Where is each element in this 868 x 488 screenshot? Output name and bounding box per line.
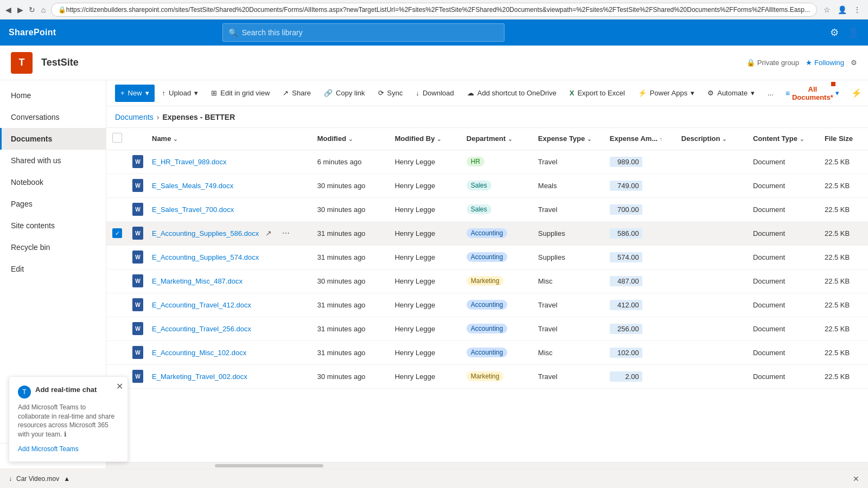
row-checkbox-cell[interactable]: [106, 293, 128, 317]
row-checkbox[interactable]: [111, 157, 120, 166]
more-options-icon[interactable]: ⚙: [851, 59, 857, 67]
sidebar-item-site-contents[interactable]: Site contents: [0, 215, 106, 236]
account-icon[interactable]: 👤: [835, 3, 848, 16]
row-checkbox[interactable]: [111, 276, 120, 286]
row-checkbox-cell[interactable]: [106, 341, 128, 364]
add-teams-link[interactable]: Add Microsoft Teams: [18, 445, 79, 453]
home-button[interactable]: ⌂: [39, 3, 47, 16]
table-row[interactable]: WE_Accounting_Misc_102.docx31 minutes ag…: [106, 341, 868, 364]
edit-grid-button[interactable]: ⊞ Edit in grid view: [206, 85, 275, 102]
following-button[interactable]: ★ Following: [806, 59, 844, 67]
sidebar-item-edit[interactable]: Edit: [0, 258, 106, 280]
th-checkbox[interactable]: [106, 128, 128, 150]
file-name-cell[interactable]: E_Accounting_Travel_412.docx: [148, 293, 313, 317]
file-link[interactable]: E_Sales_Travel_700.docx: [152, 206, 234, 214]
sidebar-item-notebook[interactable]: Notebook: [0, 171, 106, 193]
file-name-cell[interactable]: E_Accounting_Travel_256.docx: [148, 317, 313, 341]
collapse-icon[interactable]: ▲: [63, 475, 70, 483]
sidebar-item-conversations[interactable]: Conversations: [0, 106, 106, 128]
th-expense-amount[interactable]: Expense Am... ↑: [605, 128, 677, 150]
file-name-cell[interactable]: E_Sales_Meals_749.docx: [148, 174, 313, 197]
th-content-type[interactable]: Content Type ⌄: [749, 128, 820, 150]
shortcut-button[interactable]: ☁ Add shortcut to OneDrive: [462, 85, 562, 102]
sidebar-item-documents[interactable]: Documents: [0, 128, 106, 150]
share-row-button[interactable]: ↗: [261, 226, 276, 241]
file-name-cell[interactable]: E_HR_Travel_989.docx: [148, 150, 313, 174]
automate-button[interactable]: ⚙ Automate ▾: [702, 85, 760, 102]
download-button[interactable]: ↓ Download: [410, 85, 459, 102]
file-link[interactable]: E_Accounting_Travel_412.docx: [152, 301, 251, 309]
row-checkbox-cell[interactable]: [106, 197, 128, 221]
row-checkbox[interactable]: [111, 348, 120, 357]
file-link[interactable]: E_HR_Travel_989.docx: [152, 158, 227, 166]
sidebar-item-pages[interactable]: Pages: [0, 193, 106, 215]
table-row[interactable]: WE_Marketing_Travel_002.docx30 minutes a…: [106, 364, 868, 388]
file-link[interactable]: E_Sales_Meals_749.docx: [152, 182, 233, 190]
row-checkbox-cell[interactable]: [106, 174, 128, 197]
table-row[interactable]: WE_HR_Travel_989.docx6 minutes agoHenry …: [106, 150, 868, 174]
copy-link-button[interactable]: 🔗 Copy link: [318, 85, 370, 102]
back-button[interactable]: ◀: [4, 3, 12, 16]
chat-popup-close-button[interactable]: ✕: [116, 381, 123, 391]
file-link[interactable]: E_Accounting_Travel_256.docx: [152, 325, 251, 333]
th-expense-type[interactable]: Expense Type ⌄: [534, 128, 605, 150]
upload-button[interactable]: ↑ Upload ▾: [157, 85, 204, 102]
th-modified[interactable]: Modified ⌄: [313, 128, 391, 150]
table-row[interactable]: WE_Sales_Meals_749.docx30 minutes agoHen…: [106, 174, 868, 197]
file-name-cell[interactable]: E_Accounting_Supplies_574.docx: [148, 245, 313, 269]
row-checkbox-cell[interactable]: [106, 150, 128, 174]
settings-icon[interactable]: ⚙: [830, 27, 839, 38]
file-link[interactable]: E_Accounting_Supplies_586.docx: [152, 229, 259, 237]
more-icon[interactable]: ⋮: [851, 3, 864, 16]
file-link[interactable]: E_Marketing_Travel_002.docx: [152, 373, 247, 381]
file-name-cell[interactable]: E_Accounting_Misc_102.docx: [148, 341, 313, 364]
sidebar-item-shared[interactable]: Shared with us: [0, 150, 106, 171]
table-row[interactable]: WE_Accounting_Supplies_574.docx31 minute…: [106, 245, 868, 269]
forward-button[interactable]: ▶: [16, 3, 24, 16]
th-modified-by[interactable]: Modified By ⌄: [391, 128, 462, 150]
bottom-bar-close-button[interactable]: ✕: [853, 474, 859, 483]
row-checkbox[interactable]: [111, 252, 120, 262]
filter-button[interactable]: ⚡: [846, 85, 867, 102]
header-checkbox[interactable]: [112, 133, 122, 143]
file-link[interactable]: E_Accounting_Supplies_574.docx: [152, 253, 259, 261]
file-name-cell[interactable]: E_Sales_Travel_700.docx: [148, 197, 313, 221]
share-button[interactable]: ↗ Share: [277, 85, 316, 102]
horizontal-scrollbar[interactable]: [106, 462, 868, 468]
powerapps-button[interactable]: ⚡ Power Apps ▾: [633, 85, 700, 102]
user-icon[interactable]: 👤: [847, 27, 859, 38]
th-name[interactable]: Name ⌄: [148, 128, 313, 150]
row-checkbox[interactable]: [111, 324, 120, 333]
breadcrumb-root[interactable]: Documents: [115, 113, 154, 121]
table-container[interactable]: Name ⌄ Modified ⌄ Modified By ⌄ Departme…: [106, 128, 868, 462]
more-toolbar-button[interactable]: ...: [762, 85, 779, 102]
refresh-button[interactable]: ↻: [28, 3, 36, 16]
row-checkbox[interactable]: [111, 300, 120, 310]
row-checkbox[interactable]: [111, 181, 120, 190]
export-button[interactable]: X Export to Excel: [564, 85, 630, 102]
scrollbar-thumb[interactable]: [215, 464, 323, 467]
file-name-cell[interactable]: E_Marketing_Misc_487.docx: [148, 269, 313, 293]
table-row[interactable]: WE_Accounting_Travel_256.docx31 minutes …: [106, 317, 868, 341]
more-row-button[interactable]: ⋯: [278, 226, 293, 241]
th-department[interactable]: Department ⌄: [462, 128, 534, 150]
row-checkbox-cell[interactable]: [106, 269, 128, 293]
table-row[interactable]: WE_Marketing_Misc_487.docx30 minutes ago…: [106, 269, 868, 293]
table-row[interactable]: WE_Accounting_Travel_412.docx31 minutes …: [106, 293, 868, 317]
search-bar[interactable]: 🔍 Search this library: [222, 23, 505, 42]
row-checkbox-cell[interactable]: ✓: [106, 221, 128, 245]
row-checkbox-cell[interactable]: [106, 317, 128, 341]
sync-button[interactable]: ⟳ Sync: [373, 85, 409, 102]
file-link[interactable]: E_Marketing_Misc_487.docx: [152, 277, 242, 285]
sidebar-item-home[interactable]: Home: [0, 85, 106, 106]
sidebar-item-recycle-bin[interactable]: Recycle bin: [0, 236, 106, 258]
th-description[interactable]: Description ⌄: [677, 128, 749, 150]
all-documents-button[interactable]: ≡ All Documents* ▾: [781, 85, 844, 102]
table-row[interactable]: ✓WE_Accounting_Supplies_586.docx ↗ ⋯ 31 …: [106, 221, 868, 245]
file-name-cell[interactable]: E_Accounting_Supplies_586.docx ↗ ⋯: [148, 221, 313, 245]
url-bar[interactable]: 🔒 https://citizenbuilders.sharepoint.com…: [51, 3, 817, 17]
file-link[interactable]: E_Accounting_Misc_102.docx: [152, 349, 246, 357]
new-button[interactable]: + New ▾: [115, 85, 155, 102]
row-checkbox-cell[interactable]: [106, 245, 128, 269]
bookmark-icon[interactable]: ☆: [820, 3, 833, 16]
